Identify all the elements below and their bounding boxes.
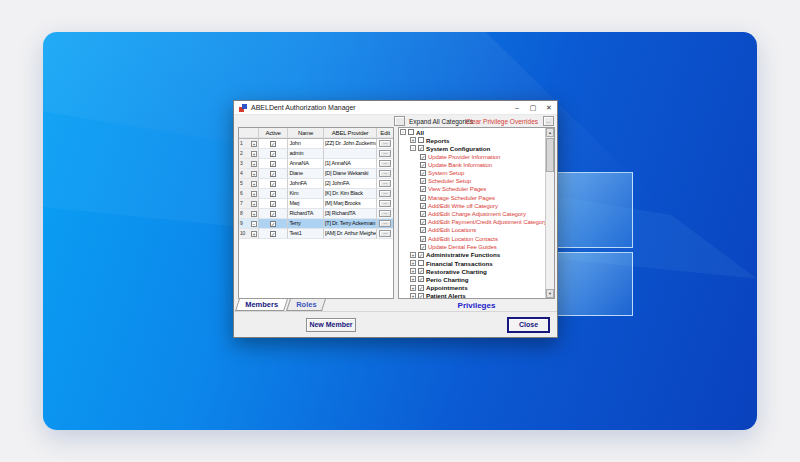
member-name-cell[interactable]: Test1 bbox=[288, 229, 324, 239]
active-checkbox[interactable]: ✓ bbox=[270, 171, 276, 177]
edit-row-button[interactable]: ... bbox=[379, 190, 391, 197]
row-expand-toggle[interactable]: + bbox=[251, 151, 257, 157]
row-expand-toggle[interactable]: − bbox=[251, 221, 257, 227]
tree-row[interactable]: ✓Manage Scheduler Pages bbox=[399, 194, 545, 202]
member-name-cell[interactable]: AnnaNA bbox=[288, 159, 324, 169]
row-expand-toggle[interactable]: + bbox=[251, 231, 257, 237]
table-row[interactable]: 5+✓JohnFA[2] JohnFA... bbox=[239, 179, 393, 189]
tab-members[interactable]: Members bbox=[235, 299, 288, 311]
tree-expand-toggle[interactable]: - bbox=[400, 129, 406, 135]
table-row[interactable]: 8+✓RichardTA[3] RichardTA... bbox=[239, 209, 393, 219]
privilege-checkbox[interactable]: ✓ bbox=[420, 195, 426, 201]
clear-privilege-overrides-label[interactable]: Clear Privilege Overrides bbox=[466, 118, 538, 125]
edit-row-button[interactable]: ... bbox=[379, 150, 391, 157]
abel-provider-cell[interactable]: [T] Dr. Terry Ackerman bbox=[324, 219, 377, 229]
tree-scrollbar[interactable]: ▲ ▼ bbox=[545, 128, 554, 298]
tree-expand-toggle[interactable]: + bbox=[410, 268, 416, 274]
privilege-checkbox[interactable]: ✓ bbox=[418, 293, 424, 298]
privilege-checkbox[interactable] bbox=[418, 260, 424, 266]
tree-row[interactable]: ✓Add/Edit Location Contacts bbox=[399, 234, 545, 242]
tree-expand-toggle[interactable]: + bbox=[410, 293, 416, 298]
overrides-small-button[interactable]: ... bbox=[543, 116, 554, 126]
active-checkbox[interactable]: ✓ bbox=[270, 211, 276, 217]
row-expand-toggle[interactable]: + bbox=[251, 181, 257, 187]
active-checkbox[interactable]: ✓ bbox=[270, 161, 276, 167]
privilege-checkbox[interactable]: ✓ bbox=[420, 154, 426, 160]
tree-expand-toggle[interactable]: + bbox=[410, 285, 416, 291]
member-name-cell[interactable]: admin bbox=[288, 149, 324, 159]
privilege-checkbox[interactable]: ✓ bbox=[420, 211, 426, 217]
tree-row[interactable]: ✓Update Dental Fee Guides bbox=[399, 243, 545, 251]
privilege-checkbox[interactable]: ✓ bbox=[420, 244, 426, 250]
active-checkbox[interactable]: ✓ bbox=[270, 221, 276, 227]
tree-row[interactable]: ✓View Scheduler Pages bbox=[399, 185, 545, 193]
table-row[interactable]: 2+✓admin... bbox=[239, 149, 393, 159]
member-name-cell[interactable]: Marj bbox=[288, 199, 324, 209]
abel-provider-cell[interactable]: [3] RichardTA bbox=[324, 209, 377, 219]
tree-row[interactable]: ✓Add/Edit Charge Adjustment Category bbox=[399, 210, 545, 218]
table-row[interactable]: 9−✓Terry[T] Dr. Terry Ackerman... bbox=[239, 219, 393, 229]
tree-expand-toggle[interactable]: + bbox=[410, 252, 416, 258]
expand-all-small-button[interactable] bbox=[394, 116, 405, 126]
active-checkbox[interactable]: ✓ bbox=[270, 201, 276, 207]
member-name-cell[interactable]: RichardTA bbox=[288, 209, 324, 219]
member-name-cell[interactable]: John bbox=[288, 139, 324, 149]
table-row[interactable]: 1+✓John[ZZ] Dr. John Zuckerman... bbox=[239, 139, 393, 149]
tree-row[interactable]: +Reports bbox=[399, 136, 545, 144]
privilege-checkbox[interactable]: ✓ bbox=[420, 227, 426, 233]
tree-row[interactable]: ✓System Setup bbox=[399, 169, 545, 177]
active-checkbox[interactable]: ✓ bbox=[270, 191, 276, 197]
row-expand-toggle[interactable]: + bbox=[251, 201, 257, 207]
privilege-checkbox[interactable]: ✓ bbox=[420, 203, 426, 209]
tree-expand-toggle[interactable]: - bbox=[410, 145, 416, 151]
edit-row-button[interactable]: ... bbox=[379, 230, 391, 237]
tree-row[interactable]: ✓Update Provider Information bbox=[399, 153, 545, 161]
abel-provider-cell[interactable]: [K] Dr. Kim Black bbox=[324, 189, 377, 199]
privilege-checkbox[interactable] bbox=[418, 137, 424, 143]
abel-provider-cell[interactable]: [M] Marj Brooks bbox=[324, 199, 377, 209]
maximize-icon[interactable]: ▢ bbox=[525, 101, 541, 114]
privilege-checkbox[interactable]: ✓ bbox=[418, 145, 424, 151]
new-member-button[interactable]: New Member bbox=[306, 318, 356, 332]
tree-row[interactable]: ✓Add/Edit Locations bbox=[399, 226, 545, 234]
tree-row[interactable]: +✓Administrative Functions bbox=[399, 251, 545, 259]
minimize-icon[interactable]: – bbox=[509, 101, 525, 114]
edit-row-button[interactable]: ... bbox=[379, 160, 391, 167]
row-expand-toggle[interactable]: + bbox=[251, 211, 257, 217]
close-button[interactable]: Close bbox=[508, 318, 549, 332]
member-name-cell[interactable]: Terry bbox=[288, 219, 324, 229]
privilege-checkbox[interactable]: ✓ bbox=[418, 268, 424, 274]
row-expand-toggle[interactable]: + bbox=[251, 161, 257, 167]
privilege-checkbox[interactable]: ✓ bbox=[420, 186, 426, 192]
abel-provider-cell[interactable]: [2] JohnFA bbox=[324, 179, 377, 189]
member-name-cell[interactable]: Kim bbox=[288, 189, 324, 199]
tab-roles[interactable]: Roles bbox=[286, 299, 326, 311]
privilege-checkbox[interactable]: ✓ bbox=[420, 236, 426, 242]
tree-row[interactable]: ✓Add/Edit Payment/Credit Adjustment Cate… bbox=[399, 218, 545, 226]
row-expand-toggle[interactable]: + bbox=[251, 141, 257, 147]
close-icon[interactable]: ✕ bbox=[541, 101, 557, 114]
abel-provider-cell[interactable]: [ZZ] Dr. John Zuckerman bbox=[324, 139, 377, 149]
tree-row[interactable]: +✓Restorative Charting bbox=[399, 267, 545, 275]
abel-provider-cell[interactable] bbox=[324, 149, 377, 159]
tree-row[interactable]: ✓Scheduler Setup bbox=[399, 177, 545, 185]
abel-provider-cell[interactable]: [D] Diane Wekarski bbox=[324, 169, 377, 179]
privilege-checkbox[interactable]: ✓ bbox=[420, 162, 426, 168]
table-row[interactable]: 4+✓Diane[D] Diane Wekarski... bbox=[239, 169, 393, 179]
tree-row[interactable]: ✓Add/Edit Write off Category bbox=[399, 202, 545, 210]
privilege-checkbox[interactable]: ✓ bbox=[420, 170, 426, 176]
edit-row-button[interactable]: ... bbox=[379, 180, 391, 187]
scrollbar-thumb[interactable] bbox=[546, 138, 554, 172]
expand-all-categories-label[interactable]: Expand All Categories bbox=[409, 118, 473, 125]
row-expand-toggle[interactable]: + bbox=[251, 191, 257, 197]
edit-row-button[interactable]: ... bbox=[379, 140, 391, 147]
tree-row[interactable]: +✓Patient Alerts bbox=[399, 292, 545, 298]
active-checkbox[interactable]: ✓ bbox=[270, 181, 276, 187]
tree-row[interactable]: -✓System Configuration bbox=[399, 144, 545, 152]
privilege-checkbox[interactable]: ✓ bbox=[420, 219, 426, 225]
table-row[interactable]: 6+✓Kim[K] Dr. Kim Black... bbox=[239, 189, 393, 199]
active-checkbox[interactable]: ✓ bbox=[270, 231, 276, 237]
member-name-cell[interactable]: JohnFA bbox=[288, 179, 324, 189]
edit-row-button[interactable]: ... bbox=[379, 220, 391, 227]
row-expand-toggle[interactable]: + bbox=[251, 171, 257, 177]
